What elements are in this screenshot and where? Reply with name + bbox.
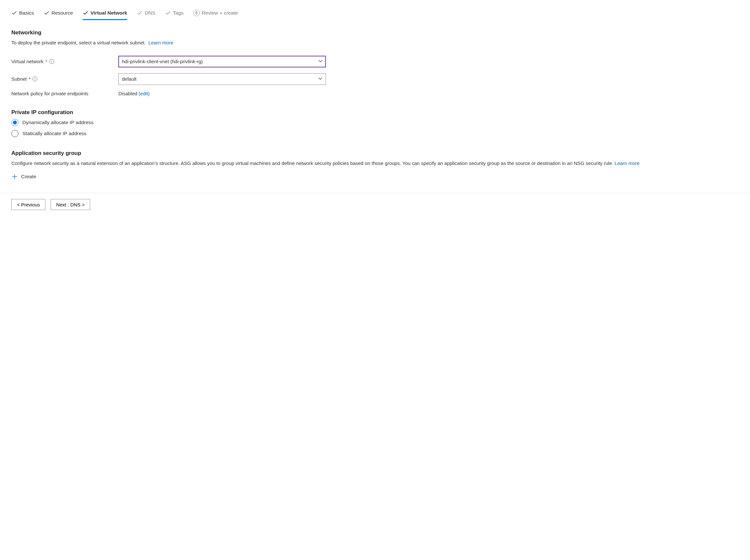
tab-review-create[interactable]: 6 Review + create: [193, 10, 238, 20]
network-policy-edit-link[interactable]: (edit): [138, 91, 150, 96]
tab-tags[interactable]: Tags: [165, 10, 183, 20]
tab-label: Basics: [19, 10, 34, 16]
network-policy-label: Network policy for private endpoints: [11, 91, 118, 96]
vnet-selected-value: hdi-privlink-client-vnet (hdi-privlink-r…: [122, 59, 203, 64]
vnet-label-text: Virtual network: [11, 59, 43, 64]
asg-desc-text: Configure network security as a natural …: [11, 161, 612, 166]
subnet-label: Subnet * i: [11, 76, 118, 82]
radio-icon: [11, 130, 19, 137]
network-policy-value: Disabled: [118, 91, 137, 96]
radio-label: Dynamically allocate IP address: [22, 120, 93, 125]
asg-learn-more-link[interactable]: Learn more: [615, 161, 640, 166]
radio-static-ip[interactable]: Statically allocate IP address: [11, 130, 739, 137]
check-icon: [11, 10, 17, 16]
tab-virtual-network[interactable]: Virtual Network: [83, 10, 127, 20]
networking-description: To deploy the private endpoint, select a…: [11, 39, 739, 47]
asg-description: Configure network security as a natural …: [11, 160, 739, 167]
tab-label: Virtual Network: [91, 10, 127, 16]
check-icon: [165, 10, 171, 16]
check-icon: [44, 10, 50, 16]
tab-label: DNS: [145, 10, 155, 16]
required-asterisk-icon: *: [29, 76, 31, 82]
radio-dynamic-ip[interactable]: Dynamically allocate IP address: [11, 119, 739, 126]
tab-dns[interactable]: DNS: [137, 10, 155, 20]
info-icon[interactable]: i: [49, 59, 54, 64]
plus-icon: [11, 173, 18, 180]
radio-icon: [11, 119, 19, 126]
check-icon: [137, 10, 143, 16]
next-button[interactable]: Next : DNS >: [51, 199, 90, 210]
networking-desc-text: To deploy the private endpoint, select a…: [11, 40, 145, 45]
virtual-network-label: Virtual network * i: [11, 59, 118, 64]
previous-button[interactable]: < Previous: [11, 199, 45, 210]
private-ip-radio-group: Dynamically allocate IP address Statical…: [11, 119, 739, 137]
wizard-tabs: Basics Resource Virtual Network DNS Tags…: [11, 10, 739, 20]
tab-label: Tags: [173, 10, 183, 16]
radio-label: Statically allocate IP address: [22, 131, 86, 137]
asg-heading: Application security group: [11, 150, 739, 157]
subnet-selected-value: default: [122, 76, 137, 82]
tab-label: Resource: [52, 10, 73, 16]
subnet-label-text: Subnet: [11, 76, 27, 82]
virtual-network-select[interactable]: hdi-privlink-client-vnet (hdi-privlink-r…: [118, 56, 326, 67]
required-asterisk-icon: *: [45, 59, 47, 64]
networking-learn-more-link[interactable]: Learn more: [149, 40, 174, 45]
tab-basics[interactable]: Basics: [11, 10, 34, 20]
subnet-select[interactable]: default: [118, 73, 326, 85]
check-icon: [83, 10, 88, 16]
create-label: Create: [21, 174, 36, 180]
networking-heading: Networking: [11, 29, 739, 36]
tab-resource[interactable]: Resource: [44, 10, 73, 20]
step-number-icon: 6: [193, 10, 200, 16]
create-asg-button[interactable]: Create: [11, 173, 739, 180]
wizard-footer: < Previous Next : DNS >: [0, 193, 750, 216]
private-ip-heading: Private IP configuration: [11, 109, 739, 116]
tab-label: Review + create: [202, 10, 238, 16]
info-icon[interactable]: i: [33, 77, 37, 81]
